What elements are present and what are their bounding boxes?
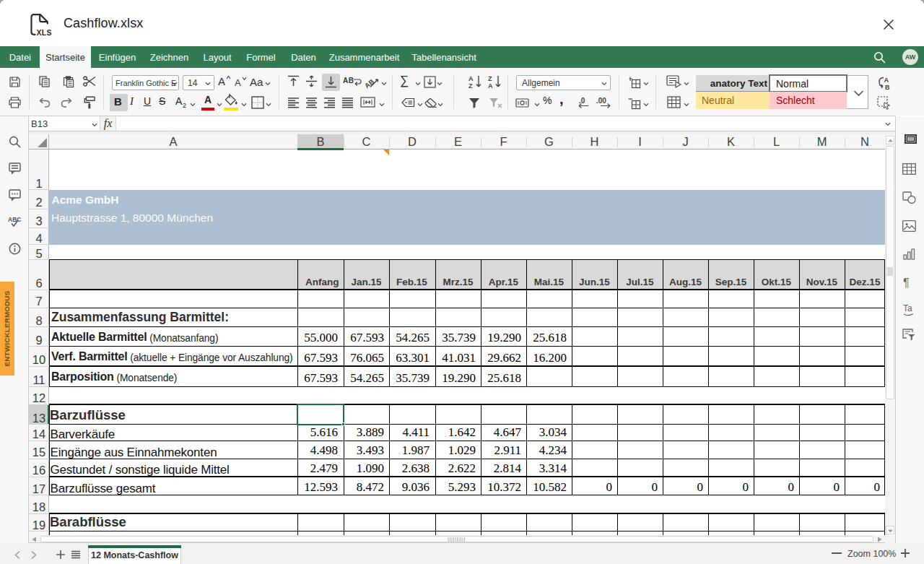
svg-text:XLS: XLS [37, 28, 52, 37]
svg-text:ABC: ABC [8, 216, 21, 223]
svg-text:.00: .00 [596, 97, 606, 105]
svg-text:Ta: Ta [903, 303, 912, 313]
svg-text:B: B [885, 84, 890, 91]
svg-text:A: A [488, 82, 493, 90]
svg-text:A: A [468, 75, 474, 82]
svg-text:A: A [884, 77, 889, 84]
svg-text:Z: Z [468, 82, 473, 90]
svg-text:.0: .0 [579, 97, 585, 105]
svg-text:Z: Z [488, 75, 492, 82]
